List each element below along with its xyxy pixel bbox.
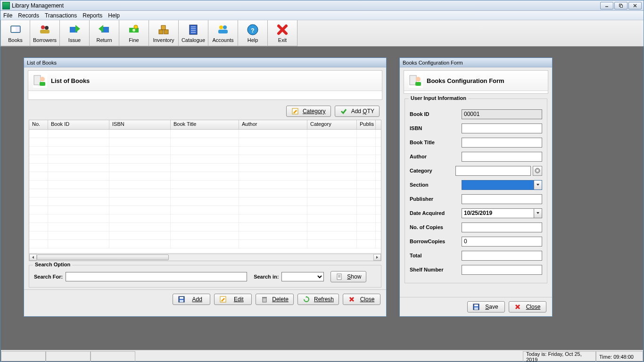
main-window: Library Management File Records Transact… xyxy=(0,0,644,362)
toolbar-books[interactable]: Books xyxy=(0,20,30,46)
menu-reports[interactable]: Reports xyxy=(83,12,102,19)
boxes-icon xyxy=(157,23,170,36)
list-close-button[interactable]: Close xyxy=(343,294,380,305)
list-header-panel: List of Books xyxy=(28,70,382,100)
label-total: Total xyxy=(410,253,462,258)
svg-point-47 xyxy=(537,170,538,172)
grid-hscroll[interactable] xyxy=(29,253,381,261)
svg-rect-19 xyxy=(190,25,197,34)
col-isbn[interactable]: ISBN xyxy=(109,120,171,129)
pencil-icon xyxy=(219,296,227,303)
toolbar-catalogue[interactable]: Catalogue xyxy=(179,20,208,46)
svg-text:?: ? xyxy=(251,27,254,34)
show-button[interactable]: Show xyxy=(330,271,366,282)
delete-button[interactable]: Delete xyxy=(256,294,294,305)
datepicker-date-acquired[interactable]: 10/25/2019 xyxy=(462,208,542,218)
svg-rect-41 xyxy=(263,298,266,302)
edit-button[interactable]: Edit xyxy=(214,294,252,305)
svg-point-30 xyxy=(40,77,45,82)
input-category[interactable] xyxy=(455,166,531,176)
svg-rect-38 xyxy=(180,297,183,299)
category-settings-button[interactable] xyxy=(533,166,542,176)
input-total[interactable] xyxy=(462,251,542,261)
search-for-input[interactable] xyxy=(66,272,247,281)
add-button[interactable]: Add xyxy=(173,294,210,305)
svg-rect-16 xyxy=(159,30,163,34)
issue-icon xyxy=(68,23,81,36)
svg-rect-17 xyxy=(164,30,168,34)
svg-point-44 xyxy=(416,77,421,82)
input-author[interactable] xyxy=(462,152,542,162)
save-button[interactable]: Save xyxy=(467,301,505,313)
label-category: Category xyxy=(410,168,455,173)
label-isbn: ISBN xyxy=(410,125,462,131)
svg-point-9 xyxy=(45,26,49,30)
svg-rect-39 xyxy=(180,300,183,302)
input-shelf[interactable] xyxy=(462,265,542,275)
toolbar-fine[interactable]: Fine xyxy=(119,20,149,46)
svg-point-15 xyxy=(134,25,138,29)
scroll-left-icon[interactable] xyxy=(29,254,37,261)
close-icon xyxy=(348,296,355,303)
maximize-button[interactable] xyxy=(614,2,627,9)
toolbar-borrowers[interactable]: Borrowers xyxy=(30,20,60,46)
accounts-icon xyxy=(216,23,230,36)
list-of-books-window: List of Books List of Books Category Add… xyxy=(24,58,387,317)
svg-rect-29 xyxy=(34,75,41,85)
col-author[interactable]: Author xyxy=(239,120,307,129)
col-category[interactable]: Category xyxy=(307,120,357,129)
menu-records[interactable]: Records xyxy=(18,12,39,19)
col-title[interactable]: Book Title xyxy=(171,120,239,129)
chevron-down-icon xyxy=(534,181,542,189)
grid-body xyxy=(29,130,381,253)
input-borrow-copies[interactable] xyxy=(462,237,542,247)
input-no-copies[interactable] xyxy=(462,222,542,232)
input-book-id[interactable] xyxy=(462,109,542,119)
scroll-right-icon[interactable] xyxy=(373,254,381,261)
svg-rect-50 xyxy=(474,307,478,310)
search-in-label: Search in: xyxy=(254,274,279,280)
menu-help[interactable]: Help xyxy=(108,12,120,19)
status-cell-3 xyxy=(91,351,135,362)
toolbar-accounts[interactable]: Accounts xyxy=(208,20,238,46)
col-publisher[interactable]: Publis xyxy=(357,120,376,129)
input-isbn[interactable] xyxy=(462,123,542,133)
category-button[interactable]: Category xyxy=(286,106,331,117)
user-input-group: User Input Information Book ID ISBN Book… xyxy=(405,99,547,283)
svg-rect-45 xyxy=(415,82,421,86)
toolbar-issue[interactable]: Issue xyxy=(60,20,90,46)
svg-point-8 xyxy=(41,25,45,29)
minimize-button[interactable] xyxy=(600,2,613,9)
scroll-thumb[interactable] xyxy=(37,255,169,260)
books-grid[interactable]: No. Book ID ISBN Book Title Author Categ… xyxy=(29,120,381,261)
col-bookid[interactable]: Book ID xyxy=(48,120,109,129)
toolbar-return[interactable]: Return xyxy=(90,20,119,46)
form-header-icon xyxy=(409,74,423,88)
menubar: File Records Transactions Reports Help xyxy=(0,11,644,20)
add-qty-button[interactable]: Add QTY xyxy=(335,106,380,117)
search-groupbox: Search Option Search For: Search in: Sho… xyxy=(29,265,381,288)
label-shelf: Shelf Number xyxy=(410,267,462,272)
toolbar-help[interactable]: ?Help xyxy=(238,20,268,46)
toolbar-exit[interactable]: Exit xyxy=(268,20,297,46)
book-icon xyxy=(9,23,22,36)
svg-rect-42 xyxy=(262,297,267,298)
input-book-title[interactable] xyxy=(462,138,542,148)
input-publisher[interactable] xyxy=(462,194,542,204)
form-close-button[interactable]: Close xyxy=(509,301,546,313)
select-section[interactable] xyxy=(462,180,542,190)
status-cell-2 xyxy=(46,351,91,362)
menu-file[interactable]: File xyxy=(3,12,12,19)
toolbar-inventory[interactable]: Inventory xyxy=(149,20,179,46)
refresh-button[interactable]: Refresh xyxy=(297,294,339,305)
svg-rect-31 xyxy=(40,82,45,86)
col-no[interactable]: No. xyxy=(29,120,48,129)
svg-rect-10 xyxy=(40,30,50,33)
refresh-icon xyxy=(303,296,310,303)
status-cell-1 xyxy=(1,351,46,362)
search-in-select[interactable] xyxy=(281,272,324,281)
menu-transactions[interactable]: Transactions xyxy=(45,12,77,19)
list-window-title: List of Books xyxy=(24,58,386,67)
close-button[interactable] xyxy=(628,2,642,9)
help-icon: ? xyxy=(246,23,259,36)
